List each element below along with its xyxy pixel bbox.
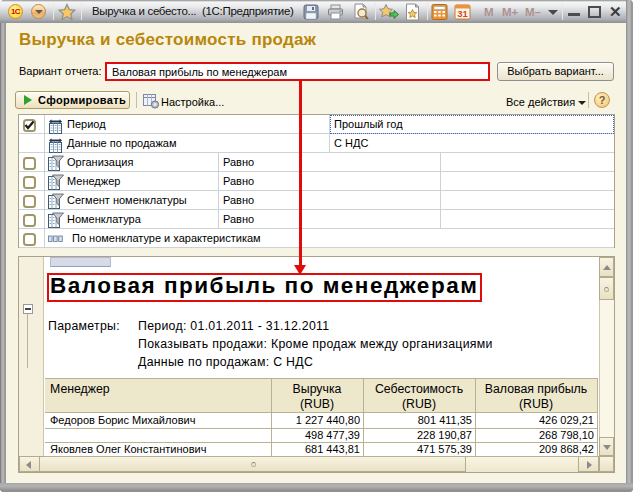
svg-text:31: 31	[457, 8, 468, 19]
